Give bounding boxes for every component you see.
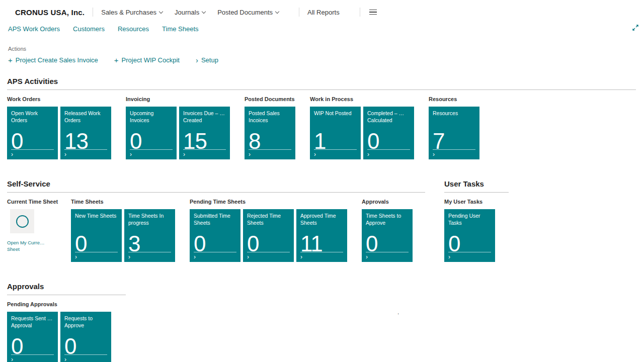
tile-open-work-orders[interactable]: Open Work Orders 0 › (7, 107, 58, 159)
tile-divider (130, 149, 173, 150)
chevron-right-icon: › (247, 253, 249, 260)
tile-requests-to-approve[interactable]: Requests to Approve 0 › (60, 312, 111, 362)
action-project-wip-cockpit[interactable]: + Project WIP Cockpit (114, 56, 180, 64)
section-title-user-tasks[interactable]: User Tasks (444, 179, 509, 193)
tile-divider (433, 149, 475, 150)
menu-label: Sales & Purchases (101, 9, 156, 16)
tile-time-sheets-in-progress[interactable]: Time Sheets In progress 3 › (124, 209, 175, 262)
group-resources: Resources Resources 7 › (429, 96, 479, 159)
tile-requests-sent-approval[interactable]: Requests Sent … Approval 0 › (7, 312, 58, 362)
menu-journals[interactable]: Journals (175, 9, 205, 16)
tile-new-time-sheets[interactable]: New Time Sheets 0 › (71, 209, 122, 262)
tile-completed-calculated[interactable]: Completed – … Calculated 0 › (363, 107, 414, 159)
tile-wip-not-posted[interactable]: WIP Not Posted 1 › (310, 107, 361, 159)
tile-divider (64, 354, 107, 355)
nav-link-aps-work-orders[interactable]: APS Work Orders (8, 25, 60, 33)
chevron-right-icon: › (196, 56, 198, 64)
actions-heading: Actions (8, 46, 636, 52)
tile-rejected-time-sheets[interactable]: Rejected Time Sheets 0 › (243, 209, 294, 262)
divider (360, 8, 360, 17)
group-name: Pending Time Sheets (190, 199, 347, 205)
tile-label: New Time Sheets (75, 213, 118, 220)
top-bar: CRONUS USA, Inc. Sales & Purchases Journ… (0, 0, 644, 24)
tile-label: WIP Not Posted (314, 110, 357, 117)
tile-divider (75, 252, 118, 252)
chevron-right-icon: › (194, 253, 196, 260)
tile-label: Open Work Orders (11, 110, 54, 124)
chevron-right-icon: › (249, 151, 251, 158)
tile-pending-user-tasks[interactable]: Pending User Tasks 0 › (444, 209, 495, 262)
tile-label: Pending User Tasks (448, 213, 491, 226)
group-current-time-sheet: Current Time Sheet Open My Curre… Sheet (7, 199, 56, 253)
tile-divider (300, 252, 343, 252)
section-approvals: Approvals Pending Approvals Requests Sen… (7, 282, 126, 362)
tile-divider (64, 149, 107, 150)
tile-submitted-time-sheets[interactable]: Submitted Time Sheets 0 › (190, 209, 240, 262)
group-pending-time-sheets: Pending Time Sheets Submitted Time Sheet… (190, 199, 347, 262)
nav-link-resources[interactable]: Resources (118, 25, 149, 33)
group-work-orders: Work Orders Open Work Orders 0 › Release… (7, 96, 111, 159)
tile-released-work-orders[interactable]: Released Work Orders 13 › (60, 107, 111, 159)
aps-groups-row: Work Orders Open Work Orders 0 › Release… (7, 96, 636, 159)
chevron-right-icon: › (183, 151, 185, 158)
tile-label: Invoices Due – … Created (183, 110, 226, 124)
menu-label: All Reports (307, 9, 340, 16)
tile-label: Completed – … Calculated (367, 110, 410, 124)
tile-divider (366, 252, 409, 252)
divider (93, 8, 93, 17)
section-title-self-service[interactable]: Self-Service (7, 179, 425, 193)
nav-link-time-sheets[interactable]: Time Sheets (162, 25, 199, 33)
group-time-sheets: Time Sheets New Time Sheets 0 › Time She… (71, 199, 175, 262)
tile-approved-time-sheets[interactable]: Approved Time Sheets 11 › (296, 209, 347, 262)
group-name: Approvals (362, 199, 413, 205)
chevron-right-icon: › (448, 253, 450, 260)
action-label: Project WIP Cockpit (122, 56, 180, 64)
page-nav-row: APS Work Orders Customers Resources Time… (0, 24, 644, 38)
menu-all-reports[interactable]: All Reports (307, 9, 340, 16)
chevron-right-icon: › (11, 151, 13, 158)
tile-label: Requests Sent … Approval (11, 315, 54, 329)
action-label: Project Create Sales Invoice (16, 56, 98, 64)
group-name: My User Tasks (444, 199, 495, 205)
hamburger-menu-icon[interactable] (368, 8, 378, 17)
tile-divider (314, 149, 357, 150)
company-name[interactable]: CRONUS USA, Inc. (15, 8, 85, 17)
tile-divider (247, 252, 290, 252)
chevron-right-icon: › (130, 151, 132, 158)
tile-divider (128, 252, 171, 252)
chevron-right-icon: › (366, 253, 368, 260)
tile-resources[interactable]: Resources 7 › (429, 107, 479, 159)
tile-time-sheets-to-approve[interactable]: Time Sheets to Approve 0 › (362, 209, 413, 262)
tile-divider (183, 149, 226, 150)
chevron-right-icon: › (64, 151, 66, 158)
actions-area: Actions + Project Create Sales Invoice +… (0, 46, 644, 64)
stray-dot: . (397, 309, 399, 316)
divider (299, 8, 299, 17)
action-setup[interactable]: › Setup (196, 56, 218, 64)
tile-label: Upcoming Invoices (130, 110, 173, 124)
chevron-down-icon (202, 9, 206, 13)
open-current-time-sheet-tile[interactable] (10, 209, 34, 233)
chevron-right-icon: › (75, 253, 77, 260)
section-title-aps-activities[interactable]: APS Activities (7, 77, 636, 90)
group-my-user-tasks: My User Tasks Pending User Tasks 0 › (444, 199, 495, 262)
tile-label: Submitted Time Sheets (194, 213, 236, 226)
plus-icon: + (8, 56, 13, 64)
section-title-approvals[interactable]: Approvals (7, 282, 126, 295)
tile-invoices-due-created[interactable]: Invoices Due – … Created 15 › (179, 107, 230, 159)
expand-diagonal-icon[interactable] (632, 24, 639, 33)
menu-posted-documents[interactable]: Posted Documents (217, 9, 279, 16)
group-name: Current Time Sheet (7, 199, 56, 205)
action-project-create-sales-invoice[interactable]: + Project Create Sales Invoice (8, 56, 98, 64)
tile-divider (448, 252, 491, 252)
section-aps-activities: APS Activities Work Orders Open Work Ord… (7, 77, 636, 159)
tile-posted-sales-invoices[interactable]: Posted Sales Incoices 8 › (245, 107, 295, 159)
menu-sales-and-purchases[interactable]: Sales & Purchases (101, 9, 163, 16)
open-my-current-sheet-link[interactable]: Open My Curre… Sheet (7, 239, 56, 253)
tile-label: Time Sheets to Approve (366, 213, 409, 226)
clock-circle-icon (16, 215, 29, 228)
self-service-user-tasks-row: Self-Service Current Time Sheet Open My … (7, 179, 636, 262)
tile-upcoming-invoices[interactable]: Upcoming Invoices 0 › (126, 107, 177, 159)
group-work-in-process: Work in Process WIP Not Posted 1 › Compl… (310, 96, 414, 159)
nav-link-customers[interactable]: Customers (73, 25, 105, 33)
